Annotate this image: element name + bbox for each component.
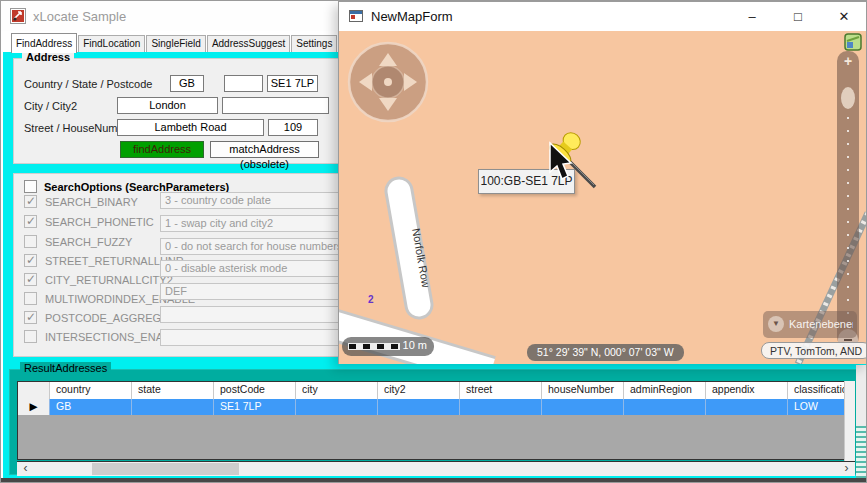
result-row[interactable]: ▶ GB SE1 7LP LOW <box>18 399 854 415</box>
checkbox-icon[interactable] <box>24 254 37 267</box>
country-field[interactable]: GB <box>170 75 204 92</box>
grid-header-row: country state postCode city city2 street… <box>18 382 854 399</box>
tab-addresssuggest[interactable]: AddressSuggest <box>207 35 290 53</box>
result-addresses-groupbox: ResultAddresses country state postCode c… <box>9 369 864 475</box>
col-adminregion[interactable]: adminRegion <box>624 382 706 399</box>
results-grid: country state postCode city city2 street… <box>17 381 855 460</box>
checkbox-icon[interactable] <box>24 195 37 208</box>
result-addresses-title: ResultAddresses <box>20 362 111 374</box>
layers-dropdown-icon: ▼ <box>768 316 784 332</box>
checkbox-icon[interactable] <box>24 330 37 343</box>
maximize-button[interactable]: □ <box>775 2 821 31</box>
empty-field-1[interactable] <box>160 306 356 323</box>
tab-findaddress[interactable]: FindAddress <box>11 33 77 53</box>
scrollbar-thumb[interactable] <box>92 463 239 475</box>
app-icon <box>10 8 26 24</box>
match-address-button[interactable]: matchAddress (obsolete) <box>210 141 319 158</box>
postcode-field[interactable]: SE1 7LP <box>267 75 318 92</box>
checkbox-icon[interactable] <box>24 215 37 228</box>
col-street[interactable]: street <box>460 382 542 399</box>
window-scrollbar-thumb[interactable] <box>856 426 867 478</box>
tab-settings[interactable]: Settings <box>291 35 337 53</box>
col-postcode[interactable]: postCode <box>214 382 296 399</box>
zoom-slider[interactable]: + <box>837 51 859 347</box>
grid-vertical-scrollbar[interactable] <box>844 381 855 461</box>
zoom-slider-thumb[interactable] <box>841 87 855 109</box>
overview-map-icon[interactable] <box>844 33 862 51</box>
zoom-slider-ticks <box>847 117 849 329</box>
map-layers-button[interactable]: ▼ Kartenebenen <box>763 311 857 338</box>
city2-field[interactable] <box>222 97 329 114</box>
housenumber-field[interactable]: 109 <box>268 119 318 136</box>
layers-button-label: Kartenebenen <box>789 318 853 330</box>
form-icon <box>348 8 364 24</box>
scroll-right-arrow-icon[interactable]: › <box>838 462 855 476</box>
option-search-fuzzy[interactable]: SEARCH_FUZZY <box>24 235 132 248</box>
map-window-title: NewMapForm <box>371 9 453 24</box>
map-titlebar[interactable]: NewMapForm – □ ✕ <box>339 2 867 31</box>
cell-state[interactable] <box>132 399 214 415</box>
pan-compass-control[interactable] <box>347 41 429 123</box>
cell-postcode[interactable]: SE1 7LP <box>214 399 296 415</box>
search-binary-value[interactable]: 3 - country code plate <box>160 192 356 209</box>
zoom-out-icon <box>844 339 852 341</box>
checkbox-icon[interactable] <box>24 235 37 248</box>
scroll-left-arrow-icon[interactable]: ‹ <box>17 462 34 476</box>
empty-field-2[interactable] <box>160 329 356 346</box>
pan-center-icon <box>384 78 392 86</box>
main-window-title: xLocate Sample <box>33 9 126 24</box>
minimize-button[interactable]: – <box>729 2 775 31</box>
city-field[interactable]: London <box>117 97 218 114</box>
option-postcode-aggregate[interactable]: POSTCODE_AGGREGATE <box>24 311 182 324</box>
search-phonetic-value[interactable]: 1 - swap city and city2 <box>160 215 356 232</box>
street-field[interactable]: Lambeth Road <box>117 119 264 136</box>
find-address-button[interactable]: findAddress <box>120 141 204 158</box>
col-city2[interactable]: city2 <box>378 382 460 399</box>
tab-findlocation[interactable]: FindLocation <box>78 35 145 53</box>
option-search-binary[interactable]: SEARCH_BINARY <box>24 195 138 208</box>
map-attribution: PTV, TomTom, AND <box>761 342 867 359</box>
map-scale-bar: 10 m <box>342 337 434 356</box>
window-vertical-scrollbar[interactable] <box>856 365 867 478</box>
checkbox-icon[interactable] <box>24 292 37 305</box>
col-country[interactable]: country <box>50 382 132 399</box>
street-hnr-value[interactable]: 0 - disable asterisk mode <box>160 260 356 277</box>
cell-housenumber[interactable] <box>542 399 624 415</box>
option-search-phonetic[interactable]: SEARCH_PHONETIC <box>24 215 154 228</box>
cell-street[interactable] <box>460 399 542 415</box>
cell-city2[interactable] <box>378 399 460 415</box>
xlocate-application: xLocate Sample FindAddress FindLocation … <box>0 0 867 483</box>
col-state[interactable]: state <box>132 382 214 399</box>
map-house-number: 2 <box>368 294 374 305</box>
grid-horizontal-scrollbar[interactable]: ‹ › <box>17 461 855 476</box>
cell-country[interactable]: GB <box>50 399 132 415</box>
cell-city[interactable] <box>296 399 378 415</box>
search-options-checkbox[interactable] <box>24 180 37 193</box>
tab-singlefield[interactable]: SingleField <box>146 35 205 53</box>
window-controls: – □ ✕ <box>729 2 867 31</box>
row-selector-header <box>18 382 50 399</box>
col-housenumber[interactable]: houseNumber <box>542 382 624 399</box>
map-canvas[interactable]: Norfolk Row 2 + <box>339 31 867 364</box>
coordinates-readout: 51° 29' 39" N, 000° 07' 03" W <box>527 344 684 361</box>
scale-label: 10 m <box>403 339 427 351</box>
city-label: City / City2 <box>24 100 77 112</box>
checkbox-icon[interactable] <box>24 311 37 324</box>
zoom-in-icon[interactable]: + <box>837 53 859 69</box>
country-state-postcode-label: Country / State / Postcode <box>24 78 152 90</box>
cell-appendix[interactable] <box>706 399 788 415</box>
col-city[interactable]: city <box>296 382 378 399</box>
option-city-returnallcity2[interactable]: CITY_RETURNALLCITY2 <box>24 273 173 286</box>
search-fuzzy-value[interactable]: 0 - do not search for house numbers <box>160 238 356 255</box>
map-pin-layer <box>519 127 629 211</box>
row-marker-icon: ▶ <box>18 399 50 415</box>
scale-bar-segments <box>348 343 400 350</box>
search-options-title: SearchOptions (SearchParameters) <box>44 181 229 193</box>
checkbox-icon[interactable] <box>24 273 37 286</box>
col-appendix[interactable]: appendix <box>706 382 788 399</box>
cell-adminregion[interactable] <box>624 399 706 415</box>
pin-needle <box>569 161 595 187</box>
close-button[interactable]: ✕ <box>821 2 867 31</box>
state-field[interactable] <box>224 75 263 92</box>
city2-mode-value[interactable]: DEF <box>160 283 356 300</box>
